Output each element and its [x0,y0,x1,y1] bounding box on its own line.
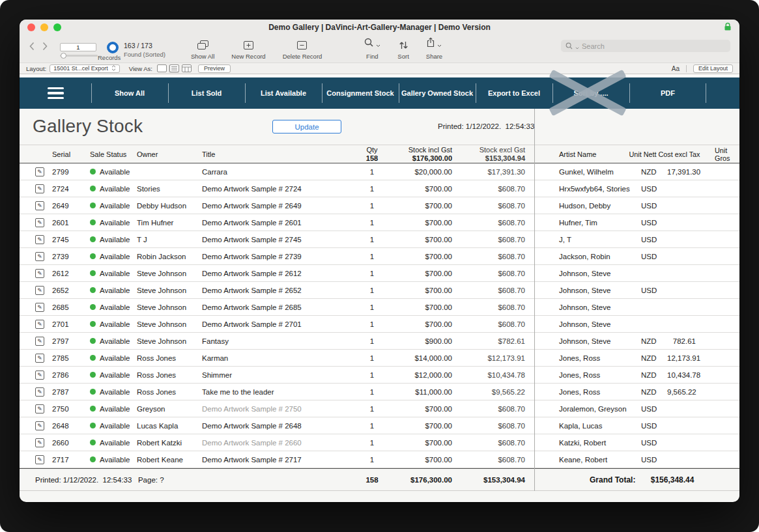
next-record-button[interactable] [42,41,48,63]
qty-cell[interactable]: 1 [361,371,383,379]
title-cell[interactable]: Demo Artwork Sample # 2750 [192,405,361,413]
stock-incl-cell[interactable]: $700.00 [383,236,452,244]
status-cell[interactable]: Available [82,253,129,260]
status-cell[interactable]: Available [82,185,129,193]
title-cell[interactable]: Demo Artwork Sample # 2701 [192,320,361,328]
currency-cell[interactable]: USD [641,253,667,260]
stock-excl-cell[interactable]: $9,565.22 [452,388,525,396]
currency-cell[interactable]: USD [641,439,667,447]
artist-cell[interactable]: Katzki, Robert [534,439,641,447]
artist-cell[interactable]: Jones, Ross [534,354,641,362]
qty-cell[interactable]: 1 [361,303,383,311]
currency-cell[interactable]: NZD [641,371,667,379]
serial-cell[interactable]: 2652 [52,287,82,294]
artist-cell[interactable]: Keane, Robert [534,456,641,464]
status-cell[interactable]: Available [82,287,129,294]
qty-cell[interactable]: 1 [361,388,383,396]
previous-record-button[interactable] [29,41,35,63]
ssl-lock-icon[interactable] [724,22,732,34]
qty-cell[interactable]: 1 [361,439,383,447]
stock-excl-cell[interactable]: $608.70 [452,287,525,294]
artist-cell[interactable]: Hudson, Debby [534,202,641,210]
stock-excl-cell[interactable]: $608.70 [452,405,525,413]
status-cell[interactable]: Available [82,270,129,277]
edit-record-icon[interactable] [35,201,44,210]
stock-incl-cell[interactable]: $700.00 [383,287,452,294]
formatting-bar-toggle[interactable]: Aa [672,65,687,72]
status-cell[interactable]: Available [82,337,129,345]
artist-cell[interactable]: Johnson, Steve [534,320,641,328]
qty-cell[interactable]: 1 [361,202,383,210]
owner-cell[interactable]: Greyson [129,405,192,413]
serial-cell[interactable]: 2750 [52,405,82,413]
stock-incl-cell[interactable]: $20,000.00 [383,168,452,176]
edit-record-icon[interactable] [35,320,44,329]
stock-incl-cell[interactable]: $700.00 [383,270,452,277]
search-chevron-down-icon[interactable] [575,40,579,52]
stock-excl-cell[interactable]: $608.70 [452,303,525,311]
current-record-input[interactable] [60,43,96,51]
owner-cell[interactable]: Steve Johnson [129,337,192,345]
title-cell[interactable]: Demo Artwork Sample # 2685 [192,303,361,311]
stock-excl-cell[interactable]: $608.70 [452,253,525,260]
nav-item-show-all[interactable]: Show All [91,77,168,109]
nav-item-list-sold[interactable]: List Sold [168,77,245,109]
unit-cost-cell[interactable]: 17,391.30 [667,168,696,176]
artist-cell[interactable]: Kapla, Lucas [534,422,641,430]
qty-cell[interactable]: 1 [361,456,383,464]
artist-cell[interactable]: Jackson, Robin [534,253,641,260]
serial-cell[interactable]: 2786 [52,371,82,379]
serial-cell[interactable]: 2797 [52,337,82,345]
nav-item-pdf[interactable]: PDF [629,77,706,109]
zoom-button[interactable] [53,23,61,31]
currency-cell[interactable]: NZD [641,337,667,345]
status-cell[interactable]: Available [82,371,129,379]
stock-excl-cell[interactable]: $608.70 [452,185,525,193]
owner-cell[interactable]: T J [129,236,192,244]
currency-cell[interactable]: USD [641,287,667,294]
qty-cell[interactable]: 1 [361,236,383,244]
owner-cell[interactable]: Ross Jones [129,354,192,362]
title-cell[interactable]: Demo Artwork Sample # 2652 [192,287,361,294]
title-cell[interactable]: Demo Artwork Sample # 2739 [192,253,361,260]
stock-excl-cell[interactable]: $10,434.78 [452,371,525,379]
show-all-button[interactable]: Show All [191,35,214,63]
currency-cell[interactable]: USD [641,405,667,413]
edit-record-icon[interactable] [35,184,44,193]
stock-incl-cell[interactable]: $700.00 [383,320,452,328]
preview-button[interactable]: Preview [198,64,231,73]
stock-incl-cell[interactable]: $700.00 [383,185,452,193]
stock-incl-cell[interactable]: $700.00 [383,202,452,210]
owner-cell[interactable]: Lucas Kapla [129,422,192,430]
status-cell[interactable]: Available [82,439,129,447]
serial-cell[interactable]: 2717 [52,456,82,464]
title-cell[interactable]: Karman [192,354,361,362]
edit-record-icon[interactable] [35,269,44,278]
serial-cell[interactable]: 2648 [52,422,82,430]
currency-cell[interactable]: USD [641,422,667,430]
qty-cell[interactable]: 1 [361,354,383,362]
search-box[interactable] [561,40,730,52]
edit-record-icon[interactable] [35,438,44,447]
status-cell[interactable]: Available [82,422,129,430]
stock-incl-cell[interactable]: $700.00 [383,303,452,311]
title-cell[interactable]: Demo Artwork Sample # 2649 [192,202,361,210]
unit-cost-cell[interactable]: 10,434.78 [667,371,696,379]
record-slider-knob[interactable] [61,53,66,59]
edit-record-icon[interactable] [35,387,44,397]
qty-cell[interactable]: 1 [361,405,383,413]
artist-cell[interactable]: Johnson, Steve [534,287,641,294]
edit-record-icon[interactable] [35,235,44,244]
layout-selector[interactable]: 15001 St...cel Export [50,64,120,73]
title-cell[interactable]: Demo Artwork Sample # 2660 [192,439,361,447]
serial-cell[interactable]: 2785 [52,354,82,362]
stock-excl-cell[interactable]: $608.70 [452,270,525,277]
stock-excl-cell[interactable]: $608.70 [452,456,525,464]
serial-cell[interactable]: 2724 [52,185,82,193]
status-cell[interactable]: Available [82,303,129,311]
edit-record-icon[interactable] [35,337,44,346]
currency-cell[interactable]: USD [641,236,667,244]
stock-incl-cell[interactable]: $700.00 [383,253,452,260]
serial-cell[interactable]: 2649 [52,202,82,210]
artist-cell[interactable]: Hrx5wxfyb64, Stories [534,185,641,193]
